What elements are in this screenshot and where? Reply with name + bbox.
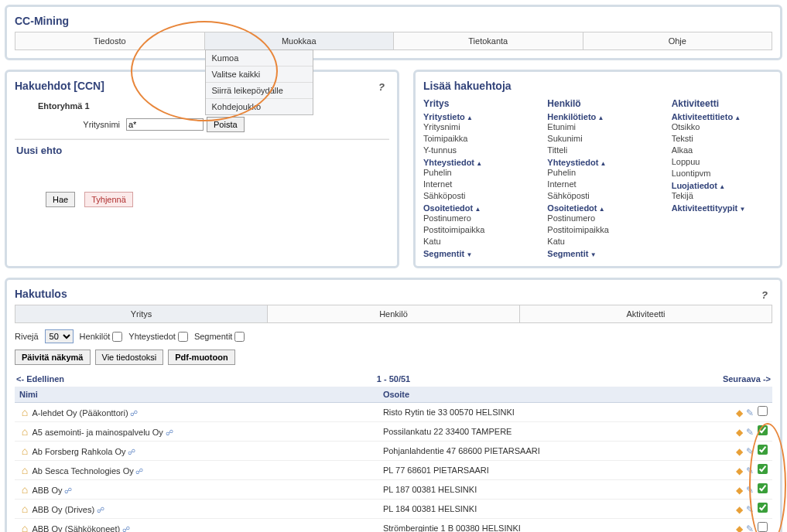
tab-person[interactable]: Henkilö xyxy=(268,305,520,322)
tab-company[interactable]: Yritys xyxy=(15,305,268,322)
criteria-sub-item[interactable]: Postinumero xyxy=(547,213,648,224)
filter-segments[interactable]: Segmentit xyxy=(194,332,245,342)
criteria-sub-item[interactable]: Titteli xyxy=(547,145,648,156)
edit-icon[interactable]: ✎ xyxy=(744,485,755,496)
criteria-sub-item[interactable]: Otsikko xyxy=(672,121,772,133)
tag-icon[interactable]: ◆ xyxy=(734,485,744,496)
edit-icon[interactable]: ✎ xyxy=(744,523,755,532)
menu-copy-clipboard[interactable]: Siirrä leikepöydälle xyxy=(206,83,313,99)
criteria-category[interactable]: Osoitetiedot xyxy=(547,202,648,213)
tag-icon[interactable]: ◆ xyxy=(734,408,744,418)
criteria-sub-item[interactable]: Etunimi xyxy=(547,121,648,133)
tag-icon[interactable]: ◆ xyxy=(734,466,744,476)
criteria-sub-item[interactable]: Sähköposti xyxy=(547,190,648,202)
criteria-sub-item[interactable]: Loppuu xyxy=(672,156,772,168)
pager-next[interactable]: Seuraava -> xyxy=(723,374,771,384)
company-name-link[interactable]: ABB Oy (Drives) xyxy=(30,505,104,514)
criteria-sub-item[interactable]: Alkaa xyxy=(672,145,772,156)
results-help-icon[interactable]: ? xyxy=(761,289,772,301)
filter-persons[interactable]: Henkilöt xyxy=(80,332,123,342)
edit-icon[interactable]: ✎ xyxy=(744,427,755,438)
company-name-link[interactable]: A5 asemointi- ja mainospalvelu Oy xyxy=(30,428,173,437)
menu-file[interactable]: Tiedosto xyxy=(15,32,205,49)
row-select-checkbox[interactable] xyxy=(758,425,768,435)
clear-button[interactable]: Tyhjennä xyxy=(84,192,133,207)
criteria-sub-item[interactable]: Sukunimi xyxy=(547,133,648,145)
tab-activity[interactable]: Aktiviteetti xyxy=(520,305,772,322)
criteria-sub-item[interactable]: Teksti xyxy=(672,133,772,145)
company-name-link[interactable]: A-lehdet Oy (Pääkonttori) xyxy=(30,408,138,418)
pager-prev[interactable]: <- Edellinen xyxy=(16,374,64,384)
home-icon xyxy=(19,483,30,496)
criteria-sub-item[interactable]: Postitoimipaikka xyxy=(547,224,648,236)
criteria-category[interactable]: Segmentit xyxy=(423,247,524,258)
pdf-button[interactable]: Pdf-muotoon xyxy=(168,350,234,365)
criteria-category[interactable]: Luojatiedot xyxy=(672,179,772,190)
company-name-link[interactable]: ABB Oy (Sähkökoneet) xyxy=(30,524,130,532)
criteria-sub-item[interactable]: Internet xyxy=(547,179,648,190)
menu-database[interactable]: Tietokanta xyxy=(394,32,583,49)
company-name-input[interactable] xyxy=(126,118,204,131)
criteria-category[interactable]: Aktiviteettityypit xyxy=(672,202,772,213)
criteria-sub-item[interactable]: Sähköposti xyxy=(423,190,524,202)
tag-icon[interactable]: ◆ xyxy=(734,446,744,457)
results-panel: Hakutulos ? Yritys Henkilö Aktiviteetti … xyxy=(5,278,782,532)
tag-icon[interactable]: ◆ xyxy=(734,427,744,438)
row-select-checkbox[interactable] xyxy=(758,483,768,493)
menu-target-group[interactable]: Kohdejoukko xyxy=(206,99,313,114)
tag-icon[interactable]: ◆ xyxy=(734,504,744,515)
edit-icon[interactable]: ✎ xyxy=(744,504,755,515)
search-button[interactable]: Hae xyxy=(46,192,75,207)
menu-edit[interactable]: Muokkaa Kumoa Valitse kaikki Siirrä leik… xyxy=(205,32,395,49)
filter-segments-checkbox[interactable] xyxy=(234,332,245,342)
criteria-category[interactable]: Yhteystiedot xyxy=(423,156,524,167)
criteria-category[interactable]: Aktiviteettitieto xyxy=(672,111,772,121)
col-address[interactable]: Osoite xyxy=(378,387,710,403)
refresh-view-button[interactable]: Päivitä näkymä xyxy=(15,350,91,365)
criteria-sub-item[interactable]: Luontipvm xyxy=(672,168,772,179)
edit-icon[interactable]: ✎ xyxy=(744,446,755,457)
remove-button[interactable]: Poista xyxy=(207,117,245,132)
row-select-checkbox[interactable] xyxy=(758,445,768,455)
menu-undo[interactable]: Kumoa xyxy=(206,50,313,66)
criteria-sub-item[interactable]: Y-tunnus xyxy=(423,145,524,156)
row-select-checkbox[interactable] xyxy=(758,503,768,513)
criteria-category[interactable]: Henkilötieto xyxy=(547,111,648,121)
edit-icon[interactable]: ✎ xyxy=(744,408,755,418)
row-select-checkbox[interactable] xyxy=(758,464,768,474)
row-select-checkbox[interactable] xyxy=(758,406,768,416)
criteria-sub-item[interactable]: Katu xyxy=(547,236,648,247)
rows-select[interactable]: 50 xyxy=(45,329,74,343)
criteria-sub-item[interactable]: Puhelin xyxy=(423,167,524,179)
filter-contacts-checkbox[interactable] xyxy=(178,332,188,342)
menu-help[interactable]: Ohje xyxy=(583,32,772,49)
export-button[interactable]: Vie tiedostoksi xyxy=(95,350,164,365)
criteria-sub-item[interactable]: Yritysnimi xyxy=(423,121,524,133)
criteria-sub-item[interactable]: Puhelin xyxy=(547,167,648,179)
filter-contacts[interactable]: Yhteystiedot xyxy=(128,332,188,342)
criteria-sub-item[interactable]: Toimipaikka xyxy=(423,133,524,145)
company-name-link[interactable]: Ab Forsberg Rahkola Oy xyxy=(30,447,135,456)
home-icon xyxy=(19,464,30,476)
home-icon xyxy=(19,445,30,457)
criteria-sub-item[interactable]: Tekijä xyxy=(672,190,772,202)
rows-label: Rivejä xyxy=(15,332,39,341)
criteria-sub-item[interactable]: Katu xyxy=(423,236,524,247)
criteria-sub-item[interactable]: Postitoimipaikka xyxy=(423,224,524,236)
criteria-category[interactable]: Yhteystiedot xyxy=(547,156,648,167)
row-select-checkbox[interactable] xyxy=(758,522,768,532)
filter-persons-checkbox[interactable] xyxy=(112,332,122,342)
criteria-category[interactable]: Yritystieto xyxy=(423,111,524,121)
tag-icon[interactable]: ◆ xyxy=(734,523,744,532)
criteria-category[interactable]: Segmentit xyxy=(547,247,648,258)
company-name-link[interactable]: Ab Sesca Technologies Oy xyxy=(30,466,144,476)
col-name[interactable]: Nimi xyxy=(15,387,378,403)
help-icon[interactable]: ? xyxy=(378,81,389,93)
menu-select-all[interactable]: Valitse kaikki xyxy=(206,66,313,83)
edit-icon[interactable]: ✎ xyxy=(744,466,755,476)
criteria-sub-item[interactable]: Postinumero xyxy=(423,213,524,224)
criteria-category[interactable]: Osoitetiedot xyxy=(423,202,524,213)
criteria-sub-item[interactable]: Internet xyxy=(423,179,524,190)
company-name-link[interactable]: ABB Oy xyxy=(30,486,72,495)
table-row: ABB Oy (Sähkökoneet)Strömbergintie 1 B 0… xyxy=(15,519,772,533)
